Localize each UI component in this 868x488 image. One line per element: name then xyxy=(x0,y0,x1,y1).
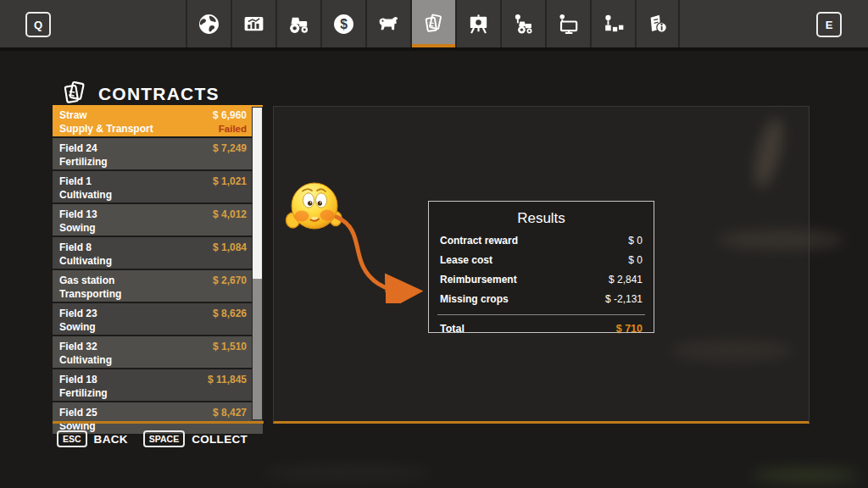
results-row: Contract reward$ 0 xyxy=(440,235,643,247)
tab-strip: $ xyxy=(186,0,680,47)
background-blur xyxy=(263,466,432,480)
results-row-value: $ 2,841 xyxy=(609,274,643,286)
results-rows: Contract reward$ 0Lease cost$ 0Reimburse… xyxy=(440,235,643,305)
tab-board[interactable] xyxy=(455,0,500,47)
prev-menu-key-badge: Q xyxy=(25,12,51,37)
contracts-screen: Q $ E CONTRACTS Straw$ 6,960Supply & Tra… xyxy=(0,0,868,488)
ticket-info-icon xyxy=(645,12,670,36)
contract-job: Fertilizing xyxy=(59,156,108,168)
key-badge: SPACE xyxy=(143,430,185,447)
contract-row[interactable]: Field 8$ 1,084Cultivating xyxy=(53,237,263,270)
contract-job: Cultivating xyxy=(59,354,112,366)
results-row-label: Missing crops xyxy=(440,293,509,305)
contract-row[interactable]: Field 24$ 7,249Fertilizing xyxy=(53,138,263,171)
help-action-label: COLLECT xyxy=(192,433,248,446)
contract-status: Failed xyxy=(219,124,247,134)
bar-chart-icon xyxy=(242,12,266,36)
list-accent-underline xyxy=(53,421,264,424)
results-total-label: Total xyxy=(440,323,465,335)
page-header: CONTRACTS xyxy=(61,80,220,108)
contract-row[interactable]: Field 25$ 8,427Sowing xyxy=(53,402,263,434)
contract-row[interactable]: Field 32$ 1,510Cultivating xyxy=(53,336,263,369)
contract-job: Sowing xyxy=(59,321,96,333)
results-total-row: Total $ 710 xyxy=(440,323,643,335)
tab-placeables[interactable] xyxy=(545,0,590,47)
tab-finances[interactable]: $ xyxy=(320,0,365,47)
results-total-value: $ 710 xyxy=(616,323,643,335)
contract-name: Field 18 xyxy=(59,374,97,385)
contract-job: Transporting xyxy=(59,288,121,300)
globe-icon xyxy=(197,12,221,36)
results-row-value: $ -2,131 xyxy=(605,293,643,305)
contract-price: $ 4,012 xyxy=(213,208,247,220)
results-row-label: Reimbursement xyxy=(440,274,517,286)
contracts-scrollbar[interactable] xyxy=(252,107,263,420)
tab-animals[interactable] xyxy=(365,0,410,47)
help-bar: ESCBACKSPACECOLLECT xyxy=(57,430,248,447)
help-item-collect: SPACECOLLECT xyxy=(143,430,248,447)
blocks-diagram-icon xyxy=(601,12,626,36)
results-row: Lease cost$ 0 xyxy=(440,254,643,266)
contract-name: Field 23 xyxy=(59,308,97,319)
contract-price: $ 1,021 xyxy=(213,175,247,187)
contracts-list: Straw$ 6,960Supply & TransportFailedFiel… xyxy=(53,105,263,422)
results-row-value: $ 0 xyxy=(628,235,643,247)
contract-name: Field 1 xyxy=(59,175,92,187)
tractor-icon xyxy=(287,12,311,36)
results-title: Results xyxy=(440,210,643,227)
background-blur xyxy=(753,468,859,483)
tab-production[interactable] xyxy=(590,0,635,47)
next-menu-key-badge: E xyxy=(816,12,842,37)
results-row: Missing crops$ -2,131 xyxy=(440,293,643,305)
contract-name: Field 24 xyxy=(59,142,97,154)
page-title: CONTRACTS xyxy=(98,84,220,104)
results-row: Reimbursement$ 2,841 xyxy=(440,274,643,286)
contracts-papers-icon xyxy=(61,80,87,108)
contract-papers-icon xyxy=(421,12,446,36)
contract-job: Sowing xyxy=(59,222,96,234)
tab-vehicles[interactable] xyxy=(275,0,320,47)
help-item-back: ESCBACK xyxy=(57,430,128,447)
contract-name: Field 32 xyxy=(59,341,97,352)
contract-row[interactable]: Field 13$ 4,012Sowing xyxy=(53,204,263,237)
key-badge: ESC xyxy=(57,430,87,447)
arrow-annotation xyxy=(331,207,428,303)
contract-row[interactable]: Field 23$ 8,626Sowing xyxy=(53,303,263,336)
contract-row[interactable]: Field 1$ 1,021Cultivating xyxy=(53,171,263,204)
contract-price: $ 8,427 xyxy=(213,407,247,419)
contract-price: $ 8,626 xyxy=(213,308,247,319)
top-menu-bar: Q $ E xyxy=(0,0,868,51)
svg-text:$: $ xyxy=(340,17,348,31)
contract-job: Cultivating xyxy=(59,255,112,267)
contract-name: Straw xyxy=(59,109,87,121)
contract-row[interactable]: Gas station$ 2,670Transporting xyxy=(53,270,263,303)
tractor-waypoint-icon xyxy=(511,12,536,36)
tab-map[interactable] xyxy=(186,0,231,47)
results-row-label: Lease cost xyxy=(440,254,492,266)
background-blur xyxy=(749,115,788,191)
results-separator xyxy=(437,314,645,315)
contract-price: $ 7,249 xyxy=(213,142,247,154)
contract-name: Field 25 xyxy=(59,407,97,419)
contract-name: Field 8 xyxy=(59,241,92,253)
contract-job: Fertilizing xyxy=(59,387,108,399)
contract-row[interactable]: Straw$ 6,960Supply & TransportFailed xyxy=(53,105,263,138)
contract-price: $ 1,510 xyxy=(213,341,247,352)
contract-price: $ 6,960 xyxy=(213,109,247,121)
contract-row[interactable]: Field 18$ 11,845Fertilizing xyxy=(53,369,263,402)
dollar-coin-icon: $ xyxy=(331,12,356,36)
background-blur xyxy=(717,230,844,250)
contract-price: $ 2,670 xyxy=(213,274,247,286)
tab-prices[interactable] xyxy=(231,0,275,47)
contract-job: Supply & Transport xyxy=(59,123,153,135)
help-action-label: BACK xyxy=(94,433,128,446)
contract-price: $ 11,845 xyxy=(208,374,247,385)
tab-game-info[interactable] xyxy=(635,0,680,47)
scrollbar-thumb[interactable] xyxy=(253,108,262,279)
results-row-label: Contract reward xyxy=(440,235,518,247)
tab-ai-worker[interactable] xyxy=(500,0,545,47)
monitor-waypoint-icon xyxy=(556,12,581,36)
tab-contracts[interactable] xyxy=(410,0,455,47)
cow-icon xyxy=(376,12,401,36)
results-box: Results Contract reward$ 0Lease cost$ 0R… xyxy=(428,201,654,333)
